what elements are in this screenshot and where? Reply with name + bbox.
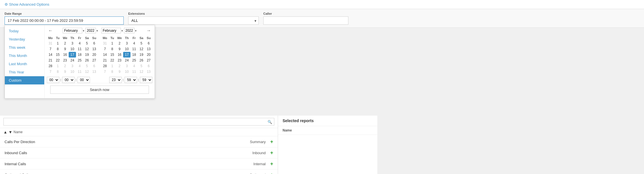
cal-day[interactable]: 17 [69,52,76,58]
add-report-button[interactable]: + [270,161,273,166]
time-right-hour[interactable]: 0001020304050607080910111213141516171819… [109,77,122,83]
add-report-button[interactable]: + [270,139,273,144]
cal-day[interactable]: 18 [76,52,83,58]
search-input[interactable] [3,118,274,126]
cal-day[interactable]: 22 [54,58,62,63]
cal-day[interactable]: 24 [69,58,76,63]
cal-day[interactable]: 28 [101,63,109,69]
cal-day[interactable]: 13 [145,46,152,52]
cal-day[interactable]: 8 [54,69,62,75]
cal-day[interactable]: 13 [91,69,98,75]
quick-item-yesterday[interactable]: Yesterday [5,35,44,43]
cal-day[interactable]: 12 [83,69,91,75]
cal-day[interactable]: 5 [83,41,91,46]
cal-day[interactable]: 5 [138,63,145,69]
cal-day[interactable]: 8 [54,46,62,52]
cal-day[interactable]: 7 [47,46,54,52]
add-report-button[interactable]: + [270,150,273,155]
cal-day[interactable]: 3 [69,41,76,46]
cal-day[interactable]: 11 [131,69,138,75]
extensions-select[interactable]: ALL [128,16,259,25]
cal-day[interactable]: 31 [101,41,109,46]
quick-item-this-year[interactable]: This Year [5,68,44,76]
cal-day[interactable]: 21 [47,58,54,63]
cal-day[interactable]: 12 [138,46,145,52]
cal-day[interactable]: 7 [101,69,109,75]
cal-day[interactable]: 4 [131,63,138,69]
cal-day[interactable]: 9 [61,46,69,52]
cal-day[interactable]: 15 [109,52,116,58]
cal-day[interactable]: 11 [131,46,138,52]
cal-day[interactable]: 10 [69,69,76,75]
cal-day[interactable]: 20 [91,52,98,58]
cal-day[interactable]: 5 [83,63,91,69]
cal-day[interactable]: 3 [123,63,131,69]
cal-day[interactable]: 27 [91,58,98,63]
search-now-button[interactable]: Search now [50,86,149,94]
cal-day[interactable]: 13 [145,69,152,75]
cal-day[interactable]: 5 [138,41,145,46]
cal-day[interactable]: 31 [47,41,54,46]
cal-day[interactable]: 11 [76,69,83,75]
cal-day[interactable]: 6 [145,63,152,69]
cal-day[interactable]: 13 [91,46,98,52]
cal-day[interactable]: 14 [47,52,54,58]
cal-day[interactable]: 12 [138,69,145,75]
cal-day[interactable]: 6 [91,63,98,69]
cal-day[interactable]: 9 [116,69,123,75]
cal-day[interactable]: 9 [116,46,123,52]
cal-day[interactable]: 3 [69,63,76,69]
cal-day[interactable]: 23 [116,58,123,63]
cal-day[interactable]: 22 [109,58,116,63]
cal-day[interactable]: 9 [61,69,69,75]
cal-day[interactable]: 25 [131,58,138,63]
cal-next-btn[interactable]: → [145,27,152,34]
cal-day[interactable]: 2 [61,41,69,46]
cal-right-month-select[interactable]: JanuaryFebruaryMarchAprilMayJuneJulyAugu… [101,28,121,33]
cal-day[interactable]: 14 [101,52,109,58]
quick-item-this-month[interactable]: This Month [5,52,44,60]
cal-right-year-select[interactable]: 20202021202220232024 [124,28,134,33]
cal-day[interactable]: 2 [61,63,69,69]
cal-day[interactable]: 10 [123,69,131,75]
time-right-sec[interactable]: 0001020304050607080910111213141516171819… [140,77,152,83]
add-report-button[interactable]: + [270,172,273,174]
cal-day[interactable]: 27 [145,58,152,63]
cal-left-month-select[interactable]: JanuaryFebruaryMarchAprilMayJuneJulyAugu… [63,28,82,33]
cal-day[interactable]: 11 [76,46,83,52]
cal-day[interactable]: 19 [83,52,91,58]
show-advanced-link[interactable]: ⚙ Show Advanced Options [5,2,639,7]
cal-day[interactable]: 12 [83,46,91,52]
cal-day[interactable]: 26 [138,58,145,63]
cal-day[interactable]: 16 [61,52,69,58]
cal-day[interactable]: 2 [116,63,123,69]
cal-day[interactable]: 10 [69,46,76,52]
cal-day[interactable]: 1 [54,63,62,69]
quick-item-custom[interactable]: Custom [5,76,44,84]
cal-day[interactable]: 23 [61,58,69,63]
time-right-min[interactable]: 0001020304050607080910111213141516171819… [125,77,137,83]
quick-item-today[interactable]: Today [5,27,44,35]
cal-day[interactable]: 1 [109,63,116,69]
cal-prev-btn[interactable]: ← [47,27,54,34]
cal-day[interactable]: 7 [47,69,54,75]
time-left-sec[interactable]: 0001020304050607080910111213141516171819… [77,77,90,83]
cal-day[interactable]: 6 [91,41,98,46]
cal-day[interactable]: 21 [101,58,109,63]
cal-day[interactable]: 1 [109,41,116,46]
cal-day[interactable]: 20 [145,52,152,58]
cal-day[interactable]: 26 [83,58,91,63]
cal-day[interactable]: 19 [138,52,145,58]
sort-down-icon[interactable]: ▼ [9,130,12,134]
cal-day[interactable]: 16 [116,52,123,58]
cal-day[interactable]: 3 [123,41,131,46]
cal-day[interactable]: 15 [54,52,62,58]
cal-day[interactable]: 1 [54,41,62,46]
caller-input[interactable] [263,16,348,25]
cal-day[interactable]: 4 [76,63,83,69]
cal-day[interactable]: 6 [145,41,152,46]
cal-day[interactable]: 8 [109,69,116,75]
cal-day[interactable]: 8 [109,46,116,52]
cal-day[interactable]: 2 [116,41,123,46]
cal-day[interactable]: 10 [123,46,131,52]
